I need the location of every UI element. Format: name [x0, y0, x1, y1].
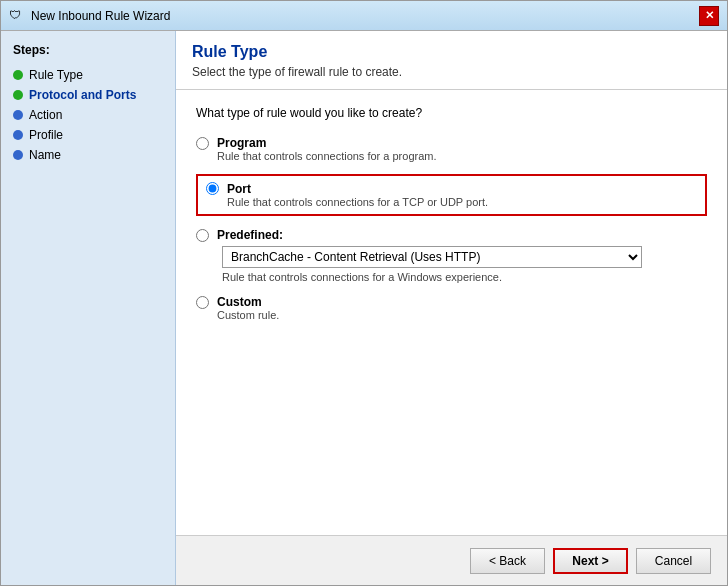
- sidebar-item-protocol-ports[interactable]: Protocol and Ports: [1, 85, 175, 105]
- title-bar-left: 🛡 New Inbound Rule Wizard: [9, 8, 170, 24]
- header-section: Rule Type Select the type of firewall ru…: [176, 31, 727, 90]
- option-desc-program: Rule that controls connections for a pro…: [217, 150, 437, 162]
- window: 🛡 New Inbound Rule Wizard ✕ Steps: Rule …: [0, 0, 728, 586]
- option-label-program[interactable]: Program: [217, 136, 437, 150]
- sidebar-item-profile[interactable]: Profile: [1, 125, 175, 145]
- sidebar-item-name[interactable]: Name: [1, 145, 175, 165]
- step-dot-protocol-ports: [13, 90, 23, 100]
- page-subtitle: Select the type of firewall rule to crea…: [192, 65, 711, 79]
- steps-label: Steps:: [1, 43, 175, 65]
- close-button[interactable]: ✕: [699, 6, 719, 26]
- step-dot-action: [13, 110, 23, 120]
- option-item-program: Program Rule that controls connections f…: [196, 136, 707, 162]
- option-content-custom: Custom Custom rule.: [217, 295, 279, 321]
- option-label-custom[interactable]: Custom: [217, 295, 279, 309]
- step-label-action: Action: [29, 108, 62, 122]
- app-icon: 🛡: [9, 8, 25, 24]
- step-dot-rule-type: [13, 70, 23, 80]
- predefined-desc: Rule that controls connections for a Win…: [222, 271, 707, 283]
- step-label-protocol-ports: Protocol and Ports: [29, 88, 136, 102]
- radio-predefined[interactable]: [196, 229, 209, 242]
- step-dot-name: [13, 150, 23, 160]
- sidebar-item-action[interactable]: Action: [1, 105, 175, 125]
- predefined-select[interactable]: BranchCache - Content Retrieval (Uses HT…: [222, 246, 642, 268]
- footer: < Back Next > Cancel: [176, 535, 727, 585]
- sidebar: Steps: Rule Type Protocol and Ports Acti…: [1, 31, 176, 585]
- step-label-name: Name: [29, 148, 61, 162]
- radio-port[interactable]: [206, 182, 219, 195]
- sidebar-item-rule-type[interactable]: Rule Type: [1, 65, 175, 85]
- radio-custom[interactable]: [196, 296, 209, 309]
- step-label-profile: Profile: [29, 128, 63, 142]
- option-item-predefined: Predefined: BranchCache - Content Retrie…: [196, 228, 707, 283]
- step-label-rule-type: Rule Type: [29, 68, 83, 82]
- cancel-button[interactable]: Cancel: [636, 548, 711, 574]
- option-label-port[interactable]: Port: [227, 182, 488, 196]
- option-item-predefined-row: Predefined:: [196, 228, 707, 242]
- option-label-predefined[interactable]: Predefined:: [217, 228, 283, 242]
- option-item-custom: Custom Custom rule.: [196, 295, 707, 321]
- port-option-box: Port Rule that controls connections for …: [196, 174, 707, 216]
- option-content-program: Program Rule that controls connections f…: [217, 136, 437, 162]
- window-title: New Inbound Rule Wizard: [31, 9, 170, 23]
- option-desc-custom: Custom rule.: [217, 309, 279, 321]
- window-main: Rule Type Select the type of firewall ru…: [176, 31, 727, 585]
- question-text: What type of rule would you like to crea…: [196, 106, 707, 120]
- title-bar: 🛡 New Inbound Rule Wizard ✕: [1, 1, 727, 31]
- step-dot-profile: [13, 130, 23, 140]
- page-title: Rule Type: [192, 43, 711, 61]
- option-content-port: Port Rule that controls connections for …: [227, 182, 488, 208]
- radio-program[interactable]: [196, 137, 209, 150]
- back-button[interactable]: < Back: [470, 548, 545, 574]
- option-group: Program Rule that controls connections f…: [196, 136, 707, 321]
- content-area: Steps: Rule Type Protocol and Ports Acti…: [1, 31, 727, 585]
- main-body: What type of rule would you like to crea…: [176, 90, 727, 535]
- predefined-group: BranchCache - Content Retrieval (Uses HT…: [222, 246, 707, 283]
- next-button[interactable]: Next >: [553, 548, 628, 574]
- option-desc-port: Rule that controls connections for a TCP…: [227, 196, 488, 208]
